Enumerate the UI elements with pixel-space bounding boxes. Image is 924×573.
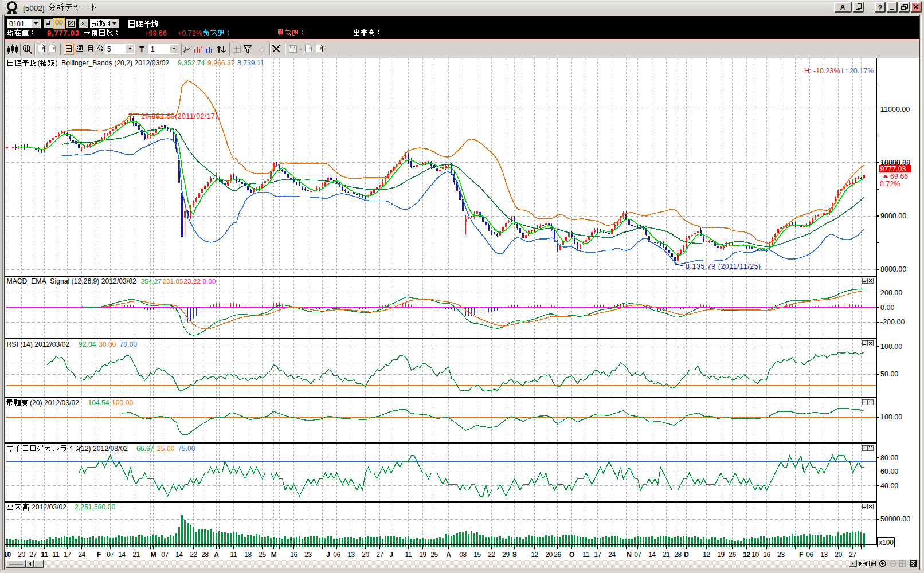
svg-text:0.00: 0.00 — [880, 304, 894, 312]
svg-text:H: -10.23%: H: -10.23% — [804, 67, 840, 75]
svg-text:0101: 0101 — [9, 20, 25, 28]
svg-text:28: 28 — [201, 551, 209, 559]
svg-text:-200.00: -200.00 — [880, 318, 905, 326]
svg-text:24: 24 — [78, 551, 85, 559]
svg-text:12: 12 — [703, 551, 710, 559]
svg-text:+69.66: +69.66 — [144, 29, 167, 37]
svg-text:A: A — [214, 551, 219, 559]
svg-text:?: ? — [878, 3, 883, 12]
svg-text:25: 25 — [259, 551, 266, 559]
svg-text:A: A — [840, 3, 845, 11]
svg-text:14: 14 — [648, 551, 656, 559]
svg-text:16: 16 — [763, 551, 770, 559]
svg-text:29: 29 — [502, 551, 510, 559]
svg-text:S: S — [512, 551, 517, 559]
svg-text:20: 20 — [362, 551, 369, 559]
svg-text:07: 07 — [107, 551, 114, 559]
svg-text:N: N — [627, 551, 631, 559]
svg-text:50.00: 50.00 — [880, 370, 898, 378]
svg-text:2012/03/02: 2012/03/02 — [32, 503, 66, 511]
svg-text:70.00: 70.00 — [120, 340, 138, 348]
svg-text:2,251,580.00: 2,251,580.00 — [75, 503, 115, 511]
svg-text:(12) 2012/03/02: (12) 2012/03/02 — [79, 445, 128, 453]
svg-text:0.00: 0.00 — [203, 277, 216, 285]
svg-text:21: 21 — [663, 551, 670, 559]
svg-text:13: 13 — [820, 551, 828, 559]
svg-text:40.00: 40.00 — [880, 482, 898, 490]
svg-text:231.05: 231.05 — [163, 277, 184, 285]
svg-text:22: 22 — [190, 551, 197, 559]
svg-text:11: 11 — [230, 551, 237, 559]
svg-text:19: 19 — [717, 551, 725, 559]
svg-text:100.00: 100.00 — [880, 343, 902, 351]
svg-text:25.00: 25.00 — [157, 445, 175, 453]
svg-text:P: P — [309, 46, 312, 51]
svg-text:13: 13 — [347, 551, 355, 559]
svg-text:[5002]: [5002] — [23, 4, 45, 13]
svg-text:07: 07 — [634, 551, 641, 559]
svg-text:06: 06 — [333, 551, 340, 559]
svg-text:10: 10 — [3, 551, 11, 559]
svg-text:F: F — [97, 551, 101, 559]
svg-text:21: 21 — [132, 551, 140, 559]
svg-text:16: 16 — [290, 551, 297, 559]
svg-text:75.00: 75.00 — [178, 445, 195, 453]
svg-text:66.67: 66.67 — [136, 445, 154, 453]
svg-text:28: 28 — [674, 551, 682, 559]
svg-text:27: 27 — [376, 551, 383, 559]
svg-text:30.00: 30.00 — [99, 340, 116, 348]
svg-text:P: P — [320, 46, 323, 51]
svg-text:12: 12 — [531, 551, 538, 559]
svg-text:J: J — [326, 551, 330, 559]
svg-text:11: 11 — [405, 551, 412, 559]
svg-text:14: 14 — [118, 551, 126, 559]
svg-text:MACD_EMA_Signal (12,26,9) 2012: MACD_EMA_Signal (12,26,9) 2012/03/02 — [7, 277, 136, 285]
svg-text:25: 25 — [430, 551, 438, 559]
svg-text:22: 22 — [488, 551, 495, 559]
svg-text:254.27: 254.27 — [141, 277, 162, 285]
svg-text:60.00: 60.00 — [880, 468, 898, 476]
svg-text:69.66: 69.66 — [890, 172, 908, 180]
svg-text:23.22: 23.22 — [184, 277, 201, 285]
svg-text:8,135.79 (2011/11/25): 8,135.79 (2011/11/25) — [686, 262, 761, 270]
svg-text:20: 20 — [18, 551, 25, 559]
svg-text:11: 11 — [583, 551, 590, 559]
svg-text:L: 20.17%: L: 20.17% — [841, 67, 874, 75]
svg-text:100.00: 100.00 — [880, 413, 902, 421]
svg-text:08: 08 — [459, 551, 467, 559]
svg-text:92.04: 92.04 — [79, 340, 96, 348]
svg-text:D: D — [684, 551, 689, 559]
svg-text:P: P — [53, 46, 56, 51]
svg-text:10: 10 — [751, 551, 759, 559]
svg-text:20: 20 — [835, 551, 842, 559]
svg-text:O: O — [569, 551, 574, 559]
svg-text:+0.72%: +0.72% — [178, 29, 202, 37]
svg-text:17: 17 — [594, 551, 601, 559]
svg-text:06: 06 — [806, 551, 813, 559]
svg-text:): ) — [56, 59, 58, 67]
svg-text:9777.03: 9777.03 — [880, 165, 906, 173]
svg-text:RSI (14) 2012/03/02: RSI (14) 2012/03/02 — [7, 340, 70, 348]
svg-text:M: M — [271, 551, 277, 559]
svg-text:10,891.60(2011/02/17): 10,891.60(2011/02/17) — [141, 112, 218, 120]
svg-text:19: 19 — [419, 551, 426, 559]
svg-text:200.00: 200.00 — [880, 289, 902, 297]
svg-text:26: 26 — [554, 551, 561, 559]
svg-text:11: 11 — [41, 551, 48, 559]
svg-text:9,966.37: 9,966.37 — [207, 59, 235, 67]
svg-text:104.54: 104.54 — [88, 399, 109, 407]
svg-text:24: 24 — [608, 551, 616, 559]
svg-text:23: 23 — [304, 551, 312, 559]
svg-text:8000.00: 8000.00 — [880, 265, 906, 273]
svg-text:F: F — [799, 551, 803, 559]
svg-text:50000.00: 50000.00 — [880, 515, 910, 523]
svg-text:15: 15 — [473, 551, 481, 559]
svg-text:26: 26 — [729, 551, 736, 559]
svg-text:14: 14 — [175, 551, 183, 559]
svg-text:A: A — [446, 551, 451, 559]
svg-text:100.00: 100.00 — [112, 399, 133, 407]
svg-text:9,777.03: 9,777.03 — [47, 29, 80, 37]
svg-text:9000.00: 9000.00 — [880, 212, 906, 220]
svg-text:T: T — [139, 45, 144, 54]
svg-text:x100: x100 — [879, 539, 894, 547]
